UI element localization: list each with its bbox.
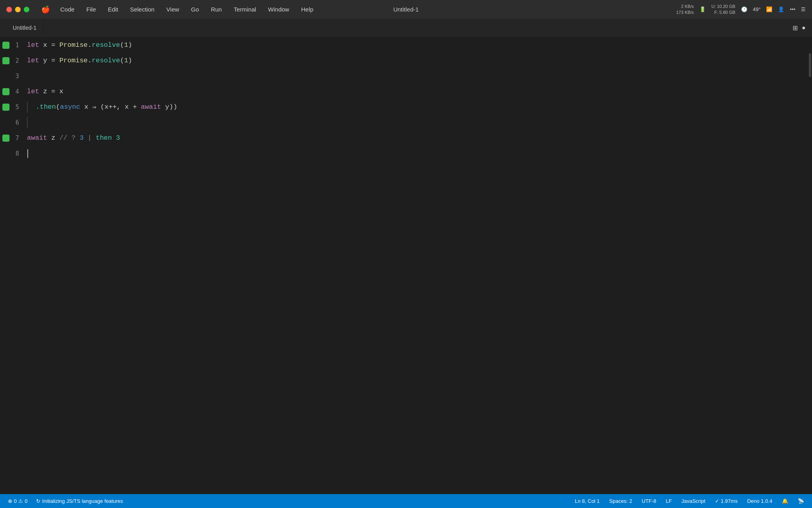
token-op: y = xyxy=(39,57,59,64)
token-kw: await xyxy=(27,134,47,142)
code-line-8 xyxy=(27,146,806,161)
token-method: resolve xyxy=(92,41,120,49)
code-editor[interactable]: let x = Promise.resolve(1)let y = Promis… xyxy=(24,37,806,494)
system-info: 2 KB/s 173 KB/s 🔋 U: 10.20 GB F: 5.80 GB… xyxy=(676,4,806,15)
line-number-1: 1 xyxy=(10,42,24,49)
tab-actions: ⊞ ● xyxy=(793,24,806,32)
code-line-7: await z // ? 3 | then 3 xyxy=(27,130,806,146)
tab-title: Untitled-1 xyxy=(13,25,36,31)
file-encoding[interactable]: UTF-8 xyxy=(640,497,658,505)
menu-run[interactable]: Run xyxy=(208,4,225,14)
wifi-icon: 📶 xyxy=(766,6,772,12)
scrollbar[interactable] xyxy=(806,37,812,494)
traffic-lights xyxy=(6,7,29,12)
token-op: (x++, x + xyxy=(96,103,141,111)
scrollbar-thumb[interactable] xyxy=(809,53,811,77)
debug-dot-empty xyxy=(2,119,10,126)
runtime-info[interactable]: Deno 1.0.4 xyxy=(745,497,774,505)
token-op: ( xyxy=(120,41,124,49)
indentation[interactable]: Spaces: 2 xyxy=(608,497,634,505)
token-num: 1 xyxy=(124,41,128,49)
token-kw: let xyxy=(27,41,39,49)
timing-info: ✓ 1.97ms xyxy=(713,497,739,505)
editor-gutter: 12345678 xyxy=(0,37,24,494)
statusbar: ⊗ 0 ⚠ 0 ↻ Initializing JS/TS language fe… xyxy=(0,494,812,508)
token-comment: // ? xyxy=(59,134,80,142)
maximize-button[interactable] xyxy=(24,7,29,12)
menu-window[interactable]: Window xyxy=(265,4,292,14)
token-fn: Promise xyxy=(59,57,88,64)
debug-dot-green[interactable] xyxy=(2,88,10,95)
token-op: x xyxy=(80,103,92,111)
init-message[interactable]: ↻ Initializing JS/TS language features xyxy=(34,497,124,505)
error-number: 0 xyxy=(14,498,17,504)
gutter-row-8: 8 xyxy=(0,146,24,161)
sync-icon: ↻ xyxy=(36,498,40,504)
debug-dot-green[interactable] xyxy=(2,57,10,64)
menu-code[interactable]: Code xyxy=(57,4,78,14)
menu-go[interactable]: Go xyxy=(188,4,202,14)
tabbar: Untitled-1 ⊞ ● xyxy=(0,19,812,37)
gutter-row-1: 1 xyxy=(0,37,24,53)
temperature: 49° xyxy=(753,6,761,12)
broadcast-icon[interactable]: 📡 xyxy=(796,497,806,505)
user-icon: 👤 xyxy=(778,6,784,12)
menu-help[interactable]: Help xyxy=(298,4,316,14)
line-number-3: 3 xyxy=(10,73,24,80)
gutter-row-7: 7 xyxy=(0,130,24,146)
line-number-8: 8 xyxy=(10,150,24,157)
list-icon: ☰ xyxy=(801,6,806,12)
menubar: 🍎 Code File Edit Selection View Go Run T… xyxy=(0,0,812,19)
error-icon: ⊗ xyxy=(8,498,12,504)
token-op: . xyxy=(88,41,92,49)
token-op: z = x xyxy=(39,88,63,95)
token-op: x = xyxy=(39,41,59,49)
code-line-6 xyxy=(27,115,806,130)
network-stats: 2 KB/s 173 KB/s xyxy=(676,4,694,15)
error-count[interactable]: ⊗ 0 ⚠ 0 xyxy=(6,497,29,505)
line-number-2: 2 xyxy=(10,57,24,64)
language-mode[interactable]: JavaScript xyxy=(680,497,707,505)
debug-dot-green[interactable] xyxy=(2,42,10,49)
debug-dot-empty xyxy=(2,150,10,157)
menu-file[interactable]: File xyxy=(83,4,99,14)
token-op: ) xyxy=(128,41,132,49)
split-editor-icon[interactable]: ⊞ xyxy=(793,24,798,32)
token-kw: let xyxy=(27,88,39,95)
cursor-position[interactable]: Ln 8, Col 1 xyxy=(573,497,601,505)
minimize-button[interactable] xyxy=(15,7,21,12)
menu-selection[interactable]: Selection xyxy=(127,4,158,14)
line-ending[interactable]: LF xyxy=(664,497,673,505)
line-number-6: 6 xyxy=(10,119,24,126)
debug-dot-green[interactable] xyxy=(2,104,10,111)
gutter-row-4: 4 xyxy=(0,84,24,99)
token-then-result: then 3 xyxy=(96,134,120,142)
editor-tab[interactable]: Untitled-1 xyxy=(6,19,43,37)
code-line-1: let x = Promise.resolve(1) xyxy=(27,37,806,53)
token-op: y xyxy=(161,103,169,111)
close-button[interactable] xyxy=(6,7,12,12)
code-line-5: .then(async x ⇒ (x++, x + await y)) xyxy=(27,99,806,115)
menu-terminal[interactable]: Terminal xyxy=(230,4,259,14)
window-title: Untitled-1 xyxy=(393,6,419,13)
token-kw: await xyxy=(141,103,161,111)
editor-area[interactable]: 12345678 let x = Promise.resolve(1)let y… xyxy=(0,37,812,494)
token-num: 1 xyxy=(124,57,128,64)
ellipsis-icon: ••• xyxy=(790,6,795,12)
clock-icon: 🕐 xyxy=(741,6,747,12)
bell-icon[interactable]: 🔔 xyxy=(780,497,790,505)
gutter-row-2: 2 xyxy=(0,53,24,68)
token-kw: let xyxy=(27,57,39,64)
token-method: .then xyxy=(36,103,56,111)
menu-edit[interactable]: Edit xyxy=(105,4,121,14)
menu-view[interactable]: View xyxy=(163,4,182,14)
gutter-row-3: 3 xyxy=(0,68,24,84)
gutter-row-5: 5 xyxy=(0,99,24,115)
token-arrow: ⇒ xyxy=(92,103,96,111)
token-op: z xyxy=(47,134,59,142)
token-op: ) xyxy=(128,57,132,64)
code-line-2: let y = Promise.resolve(1) xyxy=(27,53,806,68)
line-number-7: 7 xyxy=(10,135,24,142)
token-method: resolve xyxy=(92,57,120,64)
debug-dot-green[interactable] xyxy=(2,135,10,142)
